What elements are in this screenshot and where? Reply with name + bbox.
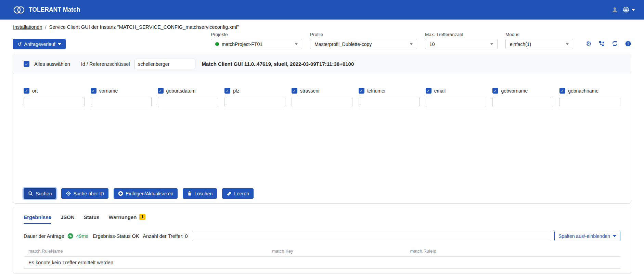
field-input-vorname[interactable] (91, 97, 152, 107)
field-input-strassenr[interactable] (292, 97, 352, 107)
field-vorname: vorname (91, 88, 152, 107)
field-label: email (434, 88, 446, 94)
search-by-id-button[interactable]: Suche über ID (61, 188, 108, 199)
gear-icon[interactable]: ⚙ (586, 41, 592, 47)
projects-select[interactable]: matchProject-FT01 (211, 39, 302, 49)
select-all-checkbox[interactable] (24, 61, 29, 67)
result-filter-input[interactable] (192, 231, 551, 241)
max-hits-select[interactable]: 10 (425, 39, 498, 49)
field-gebnachname: gebnachname (559, 88, 620, 107)
caret-down-icon (410, 43, 413, 45)
field-checkbox-vorname[interactable] (91, 88, 96, 94)
field-checkbox-gebnachname[interactable] (559, 88, 565, 94)
projects-label: Projekte (211, 32, 302, 37)
caret-down-icon (566, 43, 569, 45)
field-telnumer: telnumer (359, 88, 420, 107)
field-checkbox-geburtsdatum[interactable] (158, 88, 164, 94)
field-input-ort[interactable] (24, 97, 85, 107)
delete-button[interactable]: Löschen (183, 188, 217, 199)
field-input-telnumer[interactable] (359, 97, 420, 107)
field-label: vorname (99, 88, 118, 94)
history-icon: ↺ (17, 41, 22, 47)
tab-status[interactable]: Status (84, 214, 100, 224)
controls-row: ↺ Anfrageverlauf Projekte matchProject-F… (13, 32, 631, 49)
client-info: Match Client GUI 11.0..47619, sluell, 20… (202, 61, 354, 67)
field-ort: ort (24, 88, 85, 107)
tab-ergebnisse[interactable]: Ergebnisse (24, 214, 51, 224)
hits-count-text: Anzahl der Treffer: 0 (143, 233, 188, 239)
tab-warnungen[interactable]: Warnungen 1 (109, 214, 146, 224)
field-label: geburtsdatum (166, 88, 196, 94)
info-icon[interactable] (625, 41, 631, 47)
field-input-email[interactable] (426, 97, 487, 107)
request-history-button[interactable]: ↺ Anfrageverlauf (13, 39, 66, 49)
project-status-dot (215, 42, 219, 46)
field-email: email (426, 88, 487, 107)
field-strassenr: strassenr (292, 88, 352, 107)
caret-down-icon (613, 235, 616, 237)
results-table-header: match.RuleName match.Key match.RuleId (24, 247, 620, 257)
query-panel: Alles auswählen Id / Referenzschlüssel M… (13, 54, 631, 204)
field-label: strassenr (300, 88, 320, 94)
query-panel-body: ort vorname geburtsdatum plz str (13, 74, 631, 203)
insert-update-button[interactable]: Einfügen/Aktualisieren (114, 188, 178, 199)
ref-key-input[interactable] (134, 59, 195, 69)
col-header-key[interactable]: match.Key (272, 248, 410, 254)
profile-label: Profile (310, 32, 417, 37)
field-label: gebvorname (501, 88, 528, 94)
eraser-icon (227, 191, 232, 196)
refresh-icon[interactable] (612, 40, 618, 47)
caret-down-icon (490, 43, 493, 45)
toggle-columns-button[interactable]: Spalten aus/-einblenden (554, 231, 620, 241)
breadcrumb-current: Service Client GUI der Instanz "MATCH_SE… (49, 24, 239, 30)
fields-grid: ort vorname geburtsdatum plz str (24, 88, 620, 107)
field-label: ort (32, 88, 38, 94)
select-all-label: Alles auswählen (34, 61, 70, 67)
clear-button[interactable]: Leeren (222, 188, 254, 199)
caret-down-icon (632, 9, 635, 11)
field-gebvorname: gebvorname (492, 88, 553, 107)
language-menu[interactable] (623, 7, 635, 13)
breadcrumb: Installationen / Service Client GUI der … (13, 24, 631, 30)
field-checkbox-plz[interactable] (224, 88, 230, 94)
mode-select[interactable]: einfach(1) (505, 39, 573, 49)
warnings-badge: 1 (139, 214, 146, 220)
globe-icon (623, 7, 629, 13)
caret-down-icon (58, 43, 61, 45)
field-input-plz[interactable] (224, 97, 285, 107)
gauge-icon (67, 233, 73, 239)
caret-down-icon (295, 43, 298, 45)
field-checkbox-telnumer[interactable] (359, 88, 364, 94)
tab-json[interactable]: JSON (61, 214, 75, 224)
result-status-row: Dauer der Anfrage 49ms Ergebniss-Status … (24, 231, 620, 241)
field-checkbox-email[interactable] (426, 88, 432, 94)
mode-label: Modus (505, 32, 573, 37)
plus-circle-icon (118, 191, 123, 196)
max-hits-label: Max. Trefferanzahl (425, 32, 498, 37)
field-label: gebnachname (568, 88, 598, 94)
empty-message: Es konnte kein Treffer ermittelt werden (28, 260, 616, 265)
col-header-rulename[interactable]: match.RuleName (28, 248, 272, 254)
field-checkbox-strassenr[interactable] (292, 88, 297, 94)
results-table: match.RuleName match.Key match.RuleId Es… (24, 247, 620, 269)
navbar: TOLERANT Match (0, 0, 644, 20)
brand-title: TOLERANT Match (29, 6, 80, 13)
field-input-gebnachname[interactable] (559, 97, 620, 107)
field-checkbox-ort[interactable] (24, 88, 29, 94)
col-header-ruleid[interactable]: match.RuleId (410, 248, 616, 254)
breadcrumb-link-installationen[interactable]: Installationen (13, 24, 42, 30)
field-checkbox-gebvorname[interactable] (492, 88, 498, 94)
target-icon (66, 191, 71, 196)
ref-key-label: Id / Referenzschlüssel (81, 61, 130, 67)
tolerant-logo-icon (13, 6, 25, 14)
field-input-gebvorname[interactable] (492, 97, 553, 107)
field-input-geburtsdatum[interactable] (158, 97, 219, 107)
breadcrumb-separator: / (45, 24, 46, 30)
profile-select[interactable]: Masterprofil_Dublette-copy (310, 39, 417, 49)
field-label: telnumer (367, 88, 386, 94)
user-icon[interactable] (611, 7, 618, 13)
sitemap-icon[interactable] (599, 41, 605, 47)
search-button[interactable]: Suchen (24, 188, 56, 199)
result-status-text: Ergebniss-Status OK (93, 233, 139, 239)
duration-label: Dauer der Anfrage (24, 233, 64, 239)
